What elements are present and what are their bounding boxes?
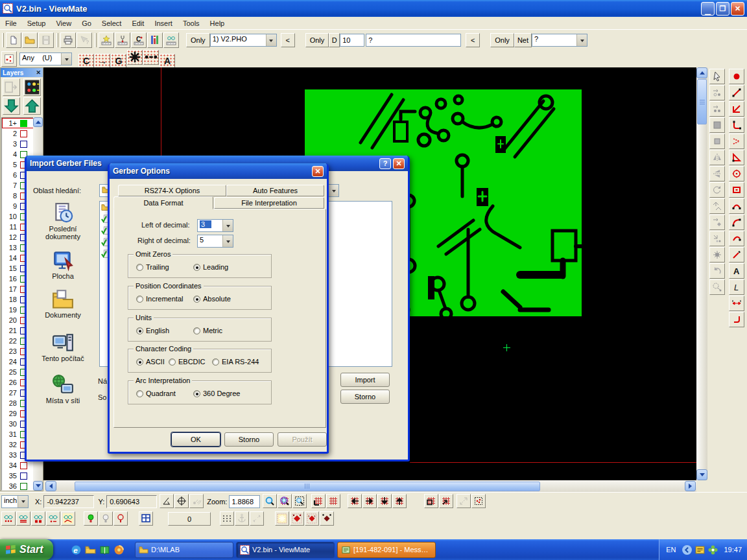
chevron-down-icon[interactable] — [576, 34, 587, 46]
gerber-cancel-button[interactable]: Storno — [224, 432, 274, 447]
import-button[interactable]: Import — [340, 373, 390, 387]
move-traces-button[interactable] — [709, 101, 725, 117]
grid-square-button[interactable] — [424, 494, 438, 508]
view-traces-button[interactable] — [16, 511, 30, 526]
prev-dcode-button[interactable]: < — [466, 33, 480, 47]
trace-angle-button[interactable] — [729, 101, 744, 117]
triangle-button[interactable] — [729, 150, 744, 165]
chevron-down-icon[interactable] — [266, 34, 276, 46]
right-of-decimal-combo[interactable]: 5 — [197, 235, 233, 248]
place-desktop[interactable]: Plocha — [32, 250, 94, 280]
pad-dot-button[interactable] — [729, 69, 744, 84]
toolbar-grip[interactable] — [95, 33, 97, 47]
origin-crosshair-button[interactable] — [174, 494, 189, 508]
unit-combo[interactable]: inch — [1, 495, 29, 508]
menu-view[interactable]: View — [51, 18, 77, 29]
move-vertex-button[interactable] — [709, 85, 725, 100]
radio-ebcdic[interactable]: EBCDIC — [169, 358, 206, 366]
scroll-up-icon[interactable] — [696, 67, 707, 78]
layer-color-swatch[interactable] — [20, 462, 27, 469]
glasses-ruler-button[interactable] — [163, 32, 179, 48]
vscroll-thumb[interactable] — [697, 79, 707, 124]
text-a-button[interactable]: A — [729, 263, 744, 279]
radio-icon[interactable] — [193, 296, 200, 303]
radio-absolute[interactable]: Absolute — [193, 295, 231, 303]
scroll-up-icon[interactable] — [33, 117, 43, 127]
open-folder-button[interactable] — [22, 32, 38, 48]
pan-left-button[interactable] — [348, 494, 362, 508]
only-net-button[interactable]: Only — [490, 33, 514, 47]
lamp-green-button[interactable] — [84, 511, 98, 526]
layer-color-swatch[interactable] — [20, 120, 27, 127]
nudge-button[interactable] — [709, 231, 725, 246]
radio-incremental[interactable]: Incremental — [136, 295, 183, 303]
radio-quadrant[interactable]: Quadrant — [136, 390, 176, 397]
grid-move-button[interactable] — [439, 494, 453, 508]
trace-corner-button[interactable] — [729, 117, 744, 133]
tool-ruler-button[interactable] — [115, 32, 130, 48]
arc-button[interactable] — [729, 198, 744, 214]
only-layer-button[interactable]: Only — [186, 33, 210, 47]
zoom-input[interactable] — [229, 495, 260, 508]
radio-leading[interactable]: Leading — [193, 263, 228, 271]
menu-edit[interactable]: Edit — [126, 18, 149, 29]
rotate-button[interactable] — [709, 182, 725, 198]
place-docs[interactable]: Dokumenty — [32, 288, 94, 319]
text-l-button[interactable]: L — [729, 279, 744, 295]
dcode-query-input[interactable] — [366, 34, 461, 47]
canvas-hscrollbar[interactable] — [45, 480, 696, 492]
quicklaunch-firefox-icon[interactable] — [112, 542, 126, 557]
aperture-filter-dots-arrow[interactable] — [143, 50, 159, 65]
filter-combo[interactable]: Any (U) — [19, 52, 72, 65]
radio-icon[interactable] — [136, 327, 143, 334]
layer-color-swatch[interactable] — [20, 483, 27, 490]
net-label[interactable]: Net — [514, 33, 532, 47]
toolbar-grip[interactable] — [2, 33, 4, 47]
radio-icon[interactable] — [136, 390, 143, 397]
radio-icon[interactable] — [193, 264, 200, 271]
scroll-right-icon[interactable] — [685, 481, 696, 491]
radio-icon[interactable] — [136, 264, 143, 271]
layer-color-swatch[interactable] — [20, 130, 27, 137]
aperture-filter-star[interactable] — [127, 50, 143, 65]
task-dmlab[interactable]: D:\MLAB — [135, 542, 233, 558]
radio-360-degree[interactable]: 360 Degree — [193, 390, 241, 397]
minimize-button[interactable]: ▁ — [701, 2, 715, 16]
view-solid-button[interactable] — [31, 511, 45, 526]
aperture-filter-→[interactable]: → — [95, 54, 110, 69]
chevron-down-icon[interactable] — [222, 220, 233, 231]
place-network[interactable]: Místa v síti — [32, 374, 94, 404]
menu-help[interactable]: Help — [205, 18, 230, 29]
apply-button[interactable]: Použít — [278, 432, 327, 447]
filled-box-button[interactable] — [709, 117, 725, 133]
radio-eia-rs244[interactable]: EIA RS-244 — [212, 358, 259, 366]
radio-english[interactable]: English — [136, 327, 169, 334]
menu-insert[interactable]: Insert — [149, 18, 178, 29]
place-recent[interactable]: Poslední dokumenty — [32, 202, 94, 240]
layer-colors-button[interactable] — [23, 78, 41, 96]
ok-button[interactable]: OK — [171, 432, 220, 447]
print-button[interactable] — [60, 32, 76, 48]
dialog-help-button[interactable]: ? — [379, 158, 391, 169]
language-indicator[interactable]: EN — [666, 546, 676, 554]
undo-arc-button[interactable] — [709, 263, 725, 279]
layer-color-swatch[interactable] — [20, 472, 27, 480]
select-dots-button[interactable] — [471, 494, 486, 508]
zoom-grid-button[interactable] — [278, 494, 292, 508]
radio-icon[interactable] — [193, 390, 200, 397]
layer-color-swatch[interactable] — [20, 141, 27, 148]
stack-button[interactable] — [709, 198, 725, 214]
tab-auto-features[interactable]: Auto Features — [226, 185, 324, 196]
new-doc-button[interactable] — [6, 32, 21, 48]
close-button[interactable]: ✕ — [731, 2, 744, 16]
layer-switch-button[interactable] — [3, 78, 20, 96]
snap-arrows-button[interactable] — [250, 511, 264, 526]
move-pad-button[interactable] — [709, 215, 725, 230]
restore-button[interactable]: ❐ — [716, 2, 729, 16]
sketch-line-button[interactable] — [729, 247, 744, 262]
layers-panel-titlebar[interactable]: Layers ✕ — [1, 68, 43, 77]
scroll-left-icon[interactable] — [45, 481, 56, 491]
trace-line-button[interactable] — [729, 85, 744, 100]
menu-tools[interactable]: Tools — [178, 18, 205, 29]
dcode-input[interactable] — [340, 34, 364, 47]
